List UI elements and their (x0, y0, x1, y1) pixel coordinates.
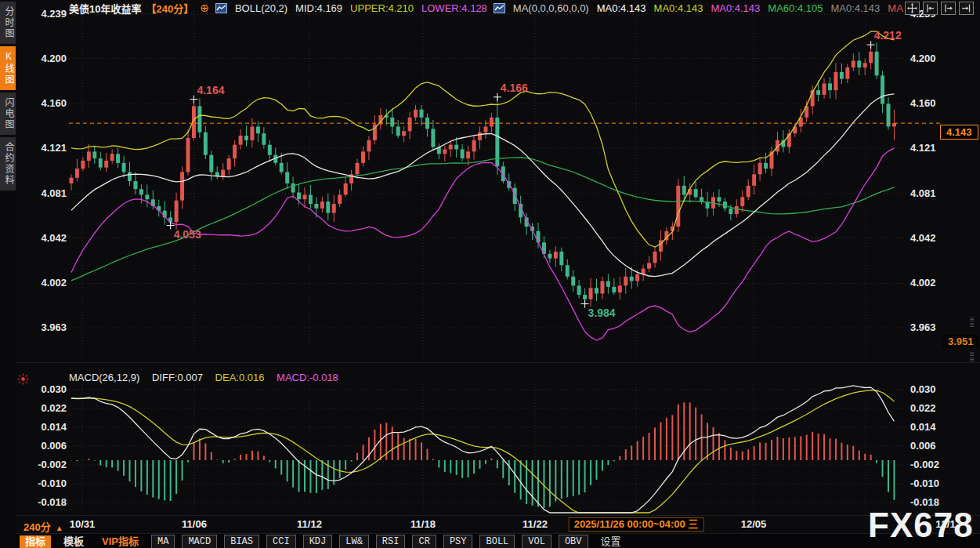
panel-resize-handle[interactable]: ≡≡ (970, 317, 975, 328)
toolbar-button-psy[interactable]: PSY (443, 535, 473, 548)
chart-application-window: 分时图K线图闪电图合约资料 美债10年收益率 【240分】 ⊕ BOLL(20,… (0, 0, 980, 548)
toolbar-button-obv[interactable]: OBV (559, 535, 588, 548)
price-axis-label: 4.160 (23, 97, 67, 109)
macd-axis-label: -0.002 (910, 459, 954, 470)
macd-axis-label: 0.030 (910, 383, 954, 395)
toolbar-button-vip指标[interactable]: VIP指标 (96, 535, 144, 548)
chart-type-sidebar: 分时图K线图闪电图合约资料 (0, 0, 16, 548)
price-axis-label: 4.200 (23, 53, 67, 64)
date-axis-label: 11/06 (182, 518, 207, 530)
svg-text:4.166: 4.166 (501, 82, 528, 94)
toolbar-button-cr[interactable]: CR (412, 535, 436, 548)
ma-value: MA0:4.143 (830, 2, 880, 14)
svg-text:4.212: 4.212 (874, 29, 902, 42)
macd-axis-label: 0.014 (23, 421, 67, 433)
macd-params-label: MACD(26,12,9) (69, 372, 139, 383)
macd-axis-label: 0.014 (910, 421, 954, 433)
sidebar-item-chart-type[interactable]: 分时图 (0, 2, 16, 44)
sidebar-item-active[interactable]: K线图 (0, 46, 16, 90)
macd-axis-label: 0.022 (23, 402, 67, 414)
svg-text:4.164: 4.164 (197, 84, 224, 96)
period-value: 240分 (24, 521, 51, 533)
jump-to-end-icon[interactable] (959, 2, 974, 15)
ma-values: MA0:4.143MA0:4.143MA0:4.143MA60:4.105MA0… (589, 2, 903, 14)
date-axis-label: 12/05 (741, 518, 767, 530)
price-axis-label: 4.200 (910, 53, 954, 64)
price-axis-label: 4.042 (910, 232, 954, 244)
toolbar-button-ma[interactable]: MA (151, 535, 175, 548)
toolbar-button-bias[interactable]: BIAS (224, 535, 259, 548)
macd-axis-label: 0.030 (23, 383, 67, 395)
panel-resize-handle[interactable]: ≡≡ (970, 351, 975, 362)
boll-label: BOLL(20,2) (235, 2, 287, 14)
macd-axis-label: -0.010 (910, 477, 954, 489)
date-axis-label: 11/18 (410, 518, 436, 530)
macd-axis-label: 0.006 (23, 440, 67, 452)
price-axis-label: 4.081 (910, 187, 954, 199)
ma-value: MA0:4.143 (654, 2, 703, 14)
toolbar-button-模板[interactable]: 模板 (58, 535, 89, 548)
scroll-left-icon[interactable] (923, 2, 938, 15)
macd-axis-label: -0.002 (23, 459, 67, 470)
pan-crosshair-icon[interactable] (905, 2, 920, 15)
macd-axis-label: -0.018 (23, 496, 67, 508)
macd-axis-label: 0.006 (910, 440, 954, 452)
scroll-right-icon[interactable] (941, 2, 956, 15)
toolbar-button-设置[interactable]: 设置 (595, 535, 627, 548)
boll-mid-value: MID:4.169 (295, 2, 342, 14)
price-axis-label: 4.121 (23, 142, 67, 154)
panel-divider (16, 362, 980, 363)
toolbar-button-macd[interactable]: MACD (182, 535, 217, 548)
ma-group-label: MA(0,0,0,60,0,0) (513, 2, 589, 14)
date-axis-label: 10/31 (70, 518, 96, 530)
indicator-header-bar: 美债10年收益率 【240分】 ⊕ BOLL(20,2) MID:4.169 U… (16, 0, 980, 16)
toolbar-button-cci[interactable]: CCI (266, 535, 296, 548)
macd-diff-value: DIFF:0.007 (152, 372, 203, 383)
toolbar-button-boll[interactable]: BOLL (479, 535, 515, 548)
sidebar-item-chart-type[interactable]: 合约资料 (0, 137, 16, 191)
sidebar-item-chart-type[interactable]: 闪电图 (0, 93, 16, 135)
indicator-toolbar: 指标模板VIP指标MAMACDBIASCCIKDJLW&RSICRPSYBOLL… (16, 533, 980, 548)
ma-value: MA60:4.105 (768, 2, 823, 14)
svg-text:4.053: 4.053 (174, 228, 201, 241)
last-price-badge: 4.143 (940, 125, 978, 140)
price-axis-label: 4.081 (23, 187, 67, 199)
macd-bar-value: MACD:-0.018 (277, 372, 338, 383)
date-axis-label: 11/22 (523, 518, 548, 530)
macd-header: MACD(26,12,9) DIFF:0.007 DEA:0.016 MACD:… (69, 372, 348, 383)
price-axis-label: 3.963 (23, 321, 67, 333)
ma-value: MA0:4.143 (711, 2, 760, 14)
alert-icon[interactable] (17, 373, 29, 388)
session-low-badge: 3.951 (942, 335, 979, 348)
toolbar-button-指标[interactable]: 指标 (20, 535, 51, 548)
add-indicator-icon[interactable]: ⊕ (200, 2, 209, 14)
toolbar-button-rsi[interactable]: RSI (376, 535, 406, 548)
period-selector[interactable]: 240分▲ (24, 519, 63, 534)
price-axis-label: 4.002 (910, 277, 954, 289)
toolbar-button-lw&[interactable]: LW& (339, 535, 369, 548)
toolbar-button-vol[interactable]: VOL (522, 535, 551, 548)
date-axis-label: 12/1 (935, 518, 955, 530)
date-axis-label: 11/12 (297, 518, 322, 530)
indicator-chart-icon[interactable] (215, 3, 227, 13)
kline-chart-plot[interactable]: 4.1644.1664.0533.9844.212 (0, 0, 980, 548)
svg-text:3.984: 3.984 (588, 307, 616, 319)
price-axis-label: 4.042 (23, 232, 67, 244)
price-axis-label: 4.160 (910, 97, 954, 109)
macd-axis-label: 0.022 (910, 402, 954, 414)
indicator-chart-icon[interactable] (494, 3, 505, 13)
toolbar-button-kdj[interactable]: KDJ (303, 535, 333, 548)
price-axis-label: 4.121 (910, 142, 954, 154)
chevron-up-icon: ▲ (56, 524, 63, 532)
panel-divider (16, 515, 980, 516)
crosshair-date-tooltip: 2025/11/26 00:00~04:00 三 (569, 517, 704, 532)
macd-axis-label: -0.018 (910, 496, 954, 508)
price-axis-label: 4.002 (23, 277, 67, 289)
ma-value: MA (888, 2, 903, 14)
macd-dea-value: DEA:0.016 (215, 372, 265, 383)
boll-lower-value: LOWER:4.128 (421, 2, 487, 14)
chart-toolbar-icons (905, 2, 974, 15)
macd-axis-label: -0.010 (23, 477, 67, 489)
symbol-title: 美债10年收益率 (69, 1, 141, 16)
boll-upper-value: UPPER:4.210 (350, 2, 414, 14)
